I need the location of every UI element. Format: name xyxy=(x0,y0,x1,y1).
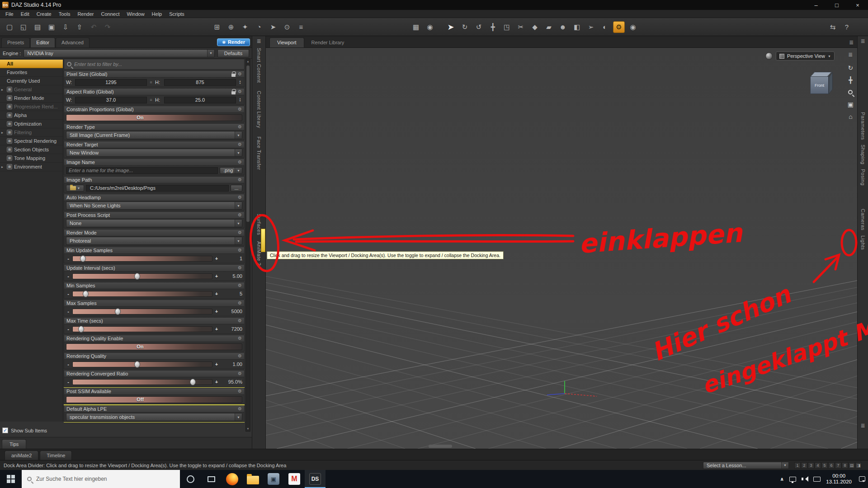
lesson-page-6[interactable]: 6 xyxy=(828,462,835,469)
undo-button-icon[interactable]: ↶ xyxy=(88,21,99,33)
slider-knob[interactable] xyxy=(80,255,86,262)
gear-icon[interactable]: ⚙ xyxy=(238,301,242,305)
pane-menu-icon[interactable]: ≣ xyxy=(860,422,865,429)
slider-decrement[interactable]: - xyxy=(66,291,71,296)
category-currently-used[interactable]: Currently Used xyxy=(0,77,63,85)
minimize-button[interactable]: – xyxy=(806,0,826,10)
dropdown[interactable]: specular transmission objects▼ xyxy=(66,413,242,421)
slider-increment[interactable]: + xyxy=(214,361,219,367)
height-value[interactable]: 25.0 xyxy=(164,97,236,103)
lesson-page-1[interactable]: 1 xyxy=(794,462,801,469)
save-button-icon[interactable]: ▣ xyxy=(46,21,57,33)
open-file-button-icon[interactable]: ◱ xyxy=(18,21,29,33)
task-view-button[interactable] xyxy=(201,470,222,488)
slider-knob[interactable] xyxy=(83,291,89,297)
height-value[interactable]: 875 xyxy=(164,79,236,86)
dock-tab-smart-content[interactable]: Smart Content xyxy=(256,48,262,83)
gear-icon[interactable]: ⚙ xyxy=(238,142,242,147)
category-spectral-rendering[interactable]: ▦Spectral Rendering xyxy=(0,137,63,145)
category-environment[interactable]: ▸▦Environment xyxy=(0,163,63,171)
new-file-button-icon[interactable]: ▢ xyxy=(4,21,15,33)
maximize-button[interactable]: □ xyxy=(826,0,847,10)
slider-increment[interactable]: + xyxy=(214,291,219,296)
width-value[interactable]: 1295 xyxy=(75,79,147,86)
slider-decrement[interactable]: - xyxy=(66,379,71,385)
slider-track[interactable] xyxy=(72,256,212,262)
taskbar-search[interactable]: Zur Suche Text hier eingeben xyxy=(22,470,180,488)
orbit-tool-icon[interactable]: ↺ xyxy=(473,21,485,33)
pan-camera-icon[interactable]: ╋ xyxy=(849,76,852,84)
category-render-mode[interactable]: ▦Render Mode xyxy=(0,94,63,103)
menu-render[interactable]: Render xyxy=(74,11,97,17)
lesson-page-4[interactable]: 4 xyxy=(815,462,821,469)
gmail-button[interactable]: M xyxy=(284,470,305,488)
slider-decrement[interactable]: - xyxy=(66,326,71,332)
pane-menu-icon[interactable]: ≣ xyxy=(256,38,261,44)
category-all[interactable]: All xyxy=(0,60,63,68)
redo-button-icon[interactable]: ↷ xyxy=(102,21,113,33)
defaults-button[interactable]: Defaults xyxy=(217,49,249,57)
gear-icon[interactable]: ⚙ xyxy=(238,336,242,341)
clock[interactable]: 00:00 13.11.2020 xyxy=(826,473,852,485)
gear-icon[interactable]: ⚙ xyxy=(238,107,242,112)
dock-tab-parameters[interactable]: Parameters xyxy=(860,112,866,140)
dock-tab-content-library[interactable]: Content Library xyxy=(256,91,262,128)
slider-increment[interactable]: + xyxy=(214,273,219,279)
category-tone-mapping[interactable]: ▦Tone Mapping xyxy=(0,154,63,163)
slider-increment[interactable]: + xyxy=(214,326,219,332)
tray-expand-icon[interactable]: ∧ xyxy=(780,476,784,482)
slider-track[interactable] xyxy=(72,309,212,314)
slider-knob[interactable] xyxy=(134,361,140,368)
tab-editor[interactable]: Editor xyxy=(30,38,55,47)
category-section-objects[interactable]: ▦Section Objects xyxy=(0,145,63,154)
scale-tool-icon[interactable]: ◳ xyxy=(501,21,513,33)
gear-icon[interactable]: ⚙ xyxy=(238,407,242,411)
gear-icon[interactable]: ⚙ xyxy=(238,72,242,76)
shaded-view-tool-icon[interactable]: ◐ xyxy=(599,21,611,33)
slider-decrement[interactable]: - xyxy=(66,273,71,279)
dock-tab-cameras[interactable]: Cameras xyxy=(860,209,866,230)
app-button[interactable]: ▣ xyxy=(263,470,284,488)
tab-render-library[interactable]: Render Library xyxy=(304,38,352,47)
home-camera-icon[interactable]: ⌂ xyxy=(849,113,852,120)
explorer-button[interactable] xyxy=(242,470,263,488)
dock-tab-shaping[interactable]: Shaping xyxy=(860,145,866,164)
open-recent-button-icon[interactable]: ▤ xyxy=(32,21,43,33)
dropdown[interactable]: Still Image (Current Frame)▼ xyxy=(66,131,242,139)
dropdown[interactable]: New Window▼ xyxy=(66,149,242,157)
cortana-button[interactable] xyxy=(180,470,201,488)
slider-track[interactable] xyxy=(72,379,212,385)
lesson-page-8[interactable]: 8 xyxy=(842,462,848,469)
view-selector-dropdown[interactable]: Perspective View ▼ xyxy=(776,52,835,61)
slider-increment[interactable]: + xyxy=(214,256,219,261)
create-node-button-icon[interactable]: ⊕ xyxy=(225,21,237,33)
bridge-button-icon[interactable]: ⇆ xyxy=(827,21,839,33)
lesson-page-2[interactable]: 2 xyxy=(801,462,807,469)
image-name-input[interactable]: Enter a name for the image... xyxy=(66,167,218,174)
drag-grip[interactable]: ≡ xyxy=(149,97,153,103)
daz-studio-button[interactable]: DS xyxy=(305,470,326,488)
scene-list-button-icon[interactable]: ≡ xyxy=(295,21,307,33)
drag-grip[interactable]: ≡ xyxy=(149,79,153,86)
create-light-button-icon[interactable]: ✦ xyxy=(239,21,251,33)
category-filtering[interactable]: ▸▦Filtering xyxy=(0,128,63,137)
slider-track[interactable] xyxy=(72,361,212,367)
slider-increment[interactable]: + xyxy=(214,379,219,385)
category-optimization[interactable]: ▦Optimization xyxy=(0,120,63,128)
expand-arrow-icon[interactable]: ▸ xyxy=(1,165,5,169)
rotate-tool-icon[interactable]: ↻ xyxy=(459,21,471,33)
help-button-icon[interactable]: ? xyxy=(841,21,853,33)
slider-decrement[interactable]: - xyxy=(66,256,71,261)
weight-brush-tool-icon[interactable]: ▰ xyxy=(543,21,555,33)
extension-dropdown[interactable]: .png▼ xyxy=(220,167,242,174)
slider-knob[interactable] xyxy=(115,308,121,315)
toggle-off[interactable]: Off xyxy=(66,396,242,403)
lesson-dropdown[interactable]: Select a Lesson... ▼ xyxy=(703,462,789,469)
export-button-icon[interactable]: ⇧ xyxy=(74,21,85,33)
spot-render-tool-icon[interactable]: ◉ xyxy=(627,21,639,33)
viewport-options-icon[interactable]: ≣ xyxy=(848,52,853,58)
category-favorites[interactable]: Favorites xyxy=(0,68,63,77)
tab-timeline[interactable]: Timeline xyxy=(40,450,72,460)
frame-camera-icon[interactable]: ▣ xyxy=(848,101,854,108)
gear-icon[interactable]: ⚙ xyxy=(238,230,242,235)
